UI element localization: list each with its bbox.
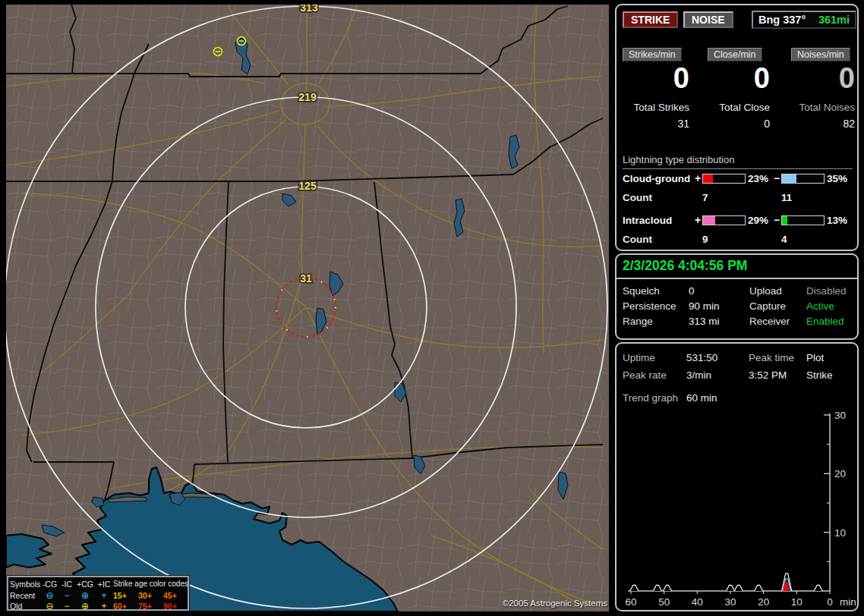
- svg-text:30: 30: [834, 410, 846, 421]
- svg-text:20: 20: [758, 596, 769, 608]
- cg-minus-percent: 35%: [827, 173, 847, 184]
- minus-sign: −: [774, 214, 780, 226]
- clock-panel: 2/3/2026 4:04:56 PM Squelch 0 Upload Dis…: [615, 253, 859, 340]
- peak-rate-row: Peak rate 3/min 3:52 PM Strike: [616, 369, 860, 382]
- svg-text:30: 30: [724, 596, 736, 608]
- range-value: 313 mi: [689, 316, 720, 327]
- upload-label: Upload: [749, 285, 782, 297]
- ic-minus-count: 4: [781, 234, 787, 245]
- legend-age-header: Strike age color codes: [113, 580, 188, 588]
- uptime-value: 531:50: [686, 352, 717, 363]
- intracloud-row: Intracloud + 29% − 13%: [616, 215, 860, 228]
- ring-label-219: 219: [298, 91, 317, 103]
- old-pos-cg-icon: ⊕: [75, 602, 95, 611]
- ring-label-313: 313: [300, 5, 318, 14]
- distribution-title: Lightning type distribution: [623, 154, 853, 169]
- legend-row-recent-label: Recent: [10, 591, 41, 600]
- peak-time-value: 3:52 PM: [749, 369, 787, 381]
- svg-text:40: 40: [692, 596, 703, 608]
- uptime-label: Uptime: [623, 352, 655, 363]
- svg-text:0: 0: [827, 596, 833, 608]
- peak-rate-label: Peak rate: [623, 369, 667, 381]
- range-row: Range 313 mi Receiver Enabled: [616, 316, 860, 328]
- receiver-label: Receiver: [749, 316, 790, 327]
- total-close-label: Total Close: [719, 102, 770, 113]
- age-code-30: 30+: [138, 591, 163, 600]
- legend-type-header-ncg: -CG: [41, 580, 58, 589]
- capture-label: Capture: [749, 300, 786, 312]
- total-strikes-label: Total Strikes: [633, 102, 689, 113]
- squelch-row: Squelch 0 Upload Disabled: [616, 285, 860, 298]
- peak-rate-value: 3/min: [686, 369, 711, 381]
- intracloud-label: Intracloud: [623, 215, 672, 226]
- ring-label-125: 125: [298, 180, 317, 192]
- receiver-status: Enabled: [806, 316, 844, 327]
- noises-per-min-chip: Noises/min: [791, 48, 850, 61]
- peak-time-label: Peak time: [749, 352, 794, 363]
- capture-status: Active: [806, 300, 834, 312]
- close-counter-column: Close/min 0 Total Close 0: [708, 48, 770, 137]
- age-code-45: 45+: [163, 591, 188, 600]
- strikes-counter-column: Strikes/min 0 Total Strikes 31: [623, 48, 689, 137]
- cg-plus-count: 7: [702, 192, 708, 203]
- close-per-min-value: 0: [754, 64, 770, 93]
- plus-sign: +: [695, 172, 701, 184]
- svg-text:20: 20: [834, 468, 846, 479]
- map-legend: Symbols -CG -IC +CG +IC Strike age color…: [7, 576, 189, 611]
- count-label: Count: [623, 234, 652, 245]
- ic-plus-bar: [702, 215, 746, 225]
- svg-text:50: 50: [658, 596, 670, 608]
- total-close-value: 0: [764, 118, 770, 130]
- age-code-15: 15+: [113, 591, 138, 600]
- recent-pos-ic-icon: +: [95, 591, 113, 600]
- strike-toggle-button[interactable]: STRIKE: [623, 11, 678, 28]
- bearing-distance: 361mi: [818, 14, 850, 26]
- cloud-ground-count-row: Count 7 11: [616, 192, 860, 205]
- trend-graph-row: Trend graph 60 min: [616, 392, 860, 405]
- lightning-map[interactable]: 313 219 125 31: [6, 5, 609, 611]
- total-strikes-value: 31: [677, 118, 689, 130]
- legend-symbols-header: Symbols: [10, 580, 41, 589]
- cg-plus-percent: 23%: [748, 173, 768, 184]
- plot-mode-value: Strike: [806, 369, 833, 381]
- recent-neg-cg-icon: ⊖: [41, 591, 58, 600]
- legend-type-header-pic: +IC: [95, 580, 113, 589]
- svg-text:60: 60: [625, 596, 636, 608]
- copyright-text: ©2005 Astrogenic Systems: [503, 599, 607, 608]
- strikes-per-min-value: 0: [673, 64, 689, 93]
- plot-mode-label: Plot: [806, 352, 824, 363]
- svg-text:min: min: [840, 596, 856, 608]
- cg-plus-bar: [702, 174, 746, 184]
- age-code-90: 90+: [163, 602, 188, 611]
- svg-text:10: 10: [791, 596, 803, 608]
- range-label: Range: [623, 316, 653, 327]
- cg-minus-bar: [781, 174, 825, 184]
- noises-counter-column: Noises/min 0 Total Noises 82: [791, 48, 855, 137]
- clock-divider: [616, 278, 857, 279]
- noise-toggle-button[interactable]: NOISE: [683, 11, 733, 28]
- bearing-display: Bng 337° 361mi: [752, 11, 856, 29]
- squelch-value: 0: [689, 285, 695, 297]
- total-noises-label: Total Noises: [799, 102, 855, 113]
- ic-plus-count: 9: [702, 234, 708, 245]
- old-neg-ic-icon: −: [58, 602, 75, 611]
- old-neg-cg-icon: ⊖: [41, 602, 58, 611]
- cg-minus-count: 11: [781, 192, 792, 203]
- trend-graph-label: Trend graph: [623, 392, 678, 404]
- total-noises-value: 82: [843, 118, 855, 130]
- minus-sign: −: [774, 172, 780, 184]
- svg-text:10: 10: [834, 527, 846, 539]
- datetime-display: 2/3/2026 4:04:56 PM: [623, 258, 747, 274]
- strikes-per-min-chip: Strikes/min: [623, 48, 682, 61]
- age-code-60: 60+: [113, 602, 138, 611]
- persistence-row: Persistence 90 min Capture Active: [616, 300, 860, 313]
- status-panel: Uptime 531:50 Peak time Plot Peak rate 3…: [615, 342, 859, 611]
- recent-neg-ic-icon: −: [58, 591, 75, 600]
- recent-pos-cg-icon: ⊕: [75, 591, 95, 600]
- legend-row-old-label: Old: [10, 602, 41, 611]
- close-per-min-chip: Close/min: [708, 48, 762, 61]
- legend-type-header-pcg: +CG: [75, 580, 95, 589]
- trend-graph-svg: 1020306050403020100min: [620, 407, 858, 611]
- ic-minus-percent: 13%: [827, 215, 847, 226]
- old-pos-ic-icon: +: [95, 602, 113, 611]
